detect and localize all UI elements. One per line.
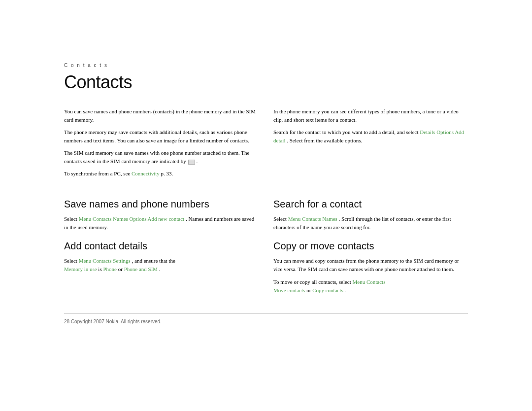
intro-right-para1: In the phone memory you can see differen… [273, 107, 468, 124]
search-heading: Search for a contact [273, 199, 468, 210]
phone-link[interactable]: Phone [103, 266, 117, 272]
intro-left-para4: To synchronise from a PC, see Connectivi… [64, 170, 259, 178]
search-contacts-link[interactable]: Contacts [302, 216, 321, 222]
copy-move-para1: You can move and copy contacts from the … [273, 257, 468, 274]
breadcrumb: C o n t a c t s [64, 63, 468, 68]
search-menu-link[interactable]: Menu [288, 216, 301, 222]
add-contact-heading: Add contact details [64, 240, 259, 252]
move-contacts-link[interactable]: Move contacts [273, 287, 305, 293]
right-column: Search for a contact Select Menu Contact… [273, 190, 468, 298]
save-menu-link[interactable]: Menu [79, 216, 92, 222]
details-link[interactable]: Details [420, 129, 435, 135]
left-column: Save names and phone numbers Select Menu… [64, 190, 259, 298]
add-contacts-link[interactable]: Contacts [93, 258, 112, 264]
footer: 28 Copyright 2007 Nokia. All rights rese… [64, 313, 468, 324]
save-names-body: Select Menu Contacts Names Options Add n… [64, 215, 259, 232]
page-title: Contacts [64, 72, 468, 93]
connectivity-link[interactable]: Connectivity [132, 171, 160, 176]
add-menu-link[interactable]: Menu [79, 258, 92, 264]
main-content: Save names and phone numbers Select Menu… [64, 190, 468, 298]
intro-left: You can save names and phone numbers (co… [64, 107, 259, 182]
add-contact-body: Select Menu Contacts Settings , and ensu… [64, 257, 259, 274]
search-names-link[interactable]: Names [322, 216, 337, 222]
intro-right-para2: Search for the contact to which you want… [273, 128, 468, 145]
copy-move-heading: Copy or move contacts [273, 240, 468, 252]
intro-left-para2: The phone memory may save contacts with … [64, 128, 259, 145]
save-options-link[interactable]: Options [130, 216, 147, 222]
page-container: C o n t a c t s Contacts You can save na… [64, 33, 468, 378]
add-settings-link[interactable]: Settings [113, 258, 130, 264]
save-names-link[interactable]: Names [113, 216, 128, 222]
memory-in-use-link[interactable]: Memory in use [64, 266, 97, 272]
intro-right: In the phone memory you can see differen… [273, 107, 468, 182]
copy-move-para2: To move or copy all contacts, select Men… [273, 278, 468, 295]
intro-block: You can save names and phone numbers (co… [64, 107, 468, 182]
intro-left-para3: The SIM card memory can save names with … [64, 149, 259, 166]
save-add-new-link[interactable]: Add new contact [148, 216, 185, 222]
copy-contacts-link[interactable]: Contacts [366, 279, 386, 285]
save-contacts-link[interactable]: Contacts [93, 216, 112, 222]
search-body: Select Menu Contacts Names . Scroll thro… [273, 215, 468, 232]
sim-icon [188, 160, 195, 165]
copy-menu-link[interactable]: Menu [353, 279, 366, 285]
options-link[interactable]: Options [436, 129, 454, 135]
phone-sim-link[interactable]: Phone and SIM [124, 266, 158, 272]
save-names-heading: Save names and phone numbers [64, 199, 259, 210]
intro-left-para1: You can save names and phone numbers (co… [64, 107, 259, 124]
copy-contacts-action-link[interactable]: Copy contacts [312, 287, 343, 293]
